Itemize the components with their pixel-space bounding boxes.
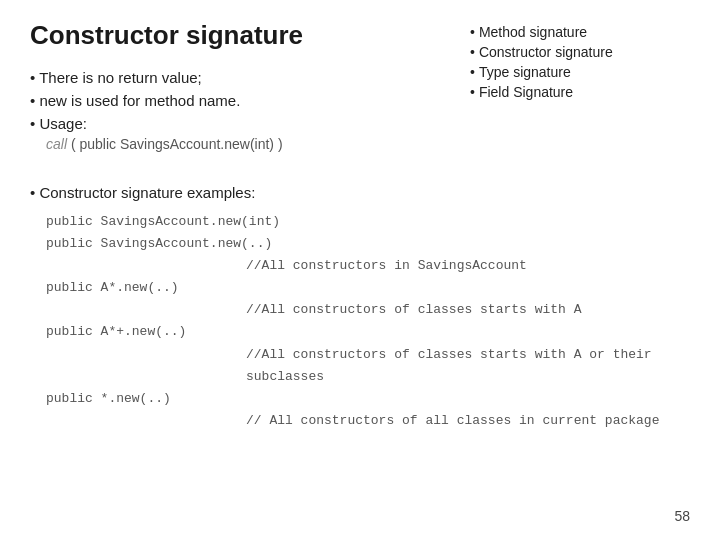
call-keyword: call <box>46 136 67 152</box>
code-block: public SavingsAccount.new(int) public Sa… <box>46 211 690 432</box>
code-text-8: public *.new(..) <box>46 388 171 410</box>
code-line-3: //All constructors in SavingsAccount <box>46 255 690 277</box>
right-item-4: Field Signature <box>470 84 690 100</box>
code-text-4: public A*.new(..) <box>46 277 179 299</box>
code-line-8: public *.new(..) <box>46 388 690 410</box>
examples-section: Constructor signature examples: public S… <box>30 184 690 432</box>
comment-7: //All constructors of classes starts wit… <box>246 344 690 388</box>
code-line-6: public A*+.new(..) <box>46 321 690 343</box>
bullet-item-1: There is no return value; <box>30 69 470 86</box>
usage-code-text: ( public SavingsAccount.new(int) ) <box>71 136 283 152</box>
comment-9: // All constructors of all classes in cu… <box>246 410 659 432</box>
examples-header: Constructor signature examples: <box>30 184 690 201</box>
right-column: Method signature Constructor signature T… <box>470 20 690 104</box>
bullet-list: There is no return value; new is used fo… <box>30 69 470 109</box>
code-text-2: public SavingsAccount.new(..) <box>46 233 272 255</box>
main-container: Constructor signature There is no return… <box>0 0 720 452</box>
code-line-2: public SavingsAccount.new(..) <box>46 233 690 255</box>
code-line-9: // All constructors of all classes in cu… <box>46 410 690 432</box>
right-panel-list: Method signature Constructor signature T… <box>470 24 690 100</box>
right-item-1: Method signature <box>470 24 690 40</box>
page-title: Constructor signature <box>30 20 470 51</box>
right-item-2: Constructor signature <box>470 44 690 60</box>
usage-label: Usage: <box>30 115 470 132</box>
usage-code-line: call ( public SavingsAccount.new(int) ) <box>46 136 470 152</box>
right-item-3: Type signature <box>470 64 690 80</box>
top-section: Constructor signature There is no return… <box>30 20 690 166</box>
page-number: 58 <box>674 508 690 524</box>
bullet-item-2: new is used for method name. <box>30 92 470 109</box>
code-line-4: public A*.new(..) <box>46 277 690 299</box>
code-line-1: public SavingsAccount.new(int) <box>46 211 690 233</box>
left-column: Constructor signature There is no return… <box>30 20 470 166</box>
comment-3: //All constructors in SavingsAccount <box>246 255 527 277</box>
code-text-1: public SavingsAccount.new(int) <box>46 211 280 233</box>
code-text-6: public A*+.new(..) <box>46 321 186 343</box>
code-line-7: //All constructors of classes starts wit… <box>46 344 690 388</box>
comment-5: //All constructors of classes starts wit… <box>246 299 581 321</box>
code-line-5: //All constructors of classes starts wit… <box>46 299 690 321</box>
